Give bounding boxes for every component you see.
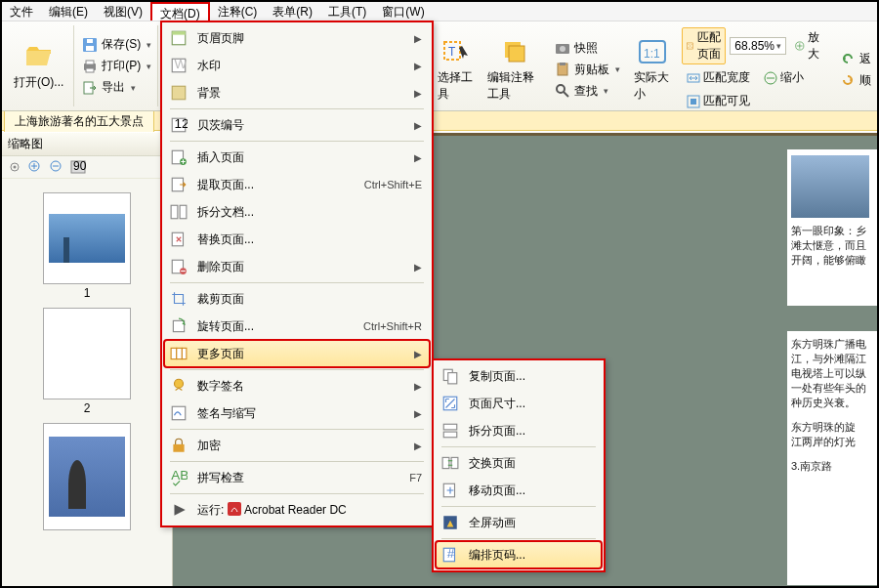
rotate-fwd-button[interactable]: 顺 [838, 71, 873, 90]
svg-rect-61 [443, 432, 457, 438]
menu-item-delete[interactable]: 删除页面▶ [164, 253, 430, 280]
menu-文件[interactable]: 文件 [2, 2, 41, 21]
menu-item-insert[interactable]: 插入页面▶ [164, 144, 430, 171]
menu-item-label: 页眉页脚 [197, 30, 404, 47]
print-label: 打印(P) [102, 58, 141, 74]
menu-item-hdr[interactable]: 页眉页脚▶ [164, 24, 430, 52]
export-button[interactable]: 导出▾ [80, 78, 153, 97]
menu-item-label: 全屏动画 [469, 515, 594, 531]
thumbnails-toolbar: 90 [2, 156, 172, 179]
gear-icon[interactable] [8, 160, 21, 174]
menu-工具(T)[interactable]: 工具(T) [320, 2, 374, 21]
menu-item-sign[interactable]: 数字签名▶ [164, 372, 430, 399]
svg-text:12: 12 [175, 116, 188, 131]
menu-编辑(E)[interactable]: 编辑(E) [41, 2, 96, 21]
water-icon: W [170, 57, 188, 74]
menu-表单(R)[interactable]: 表单(R) [265, 2, 320, 21]
menu-item-replace[interactable]: 替换页面... [164, 226, 430, 253]
menu-item-label: 旋转页面... [197, 318, 354, 335]
open-button[interactable]: 打开(O)... [8, 37, 69, 95]
submenu-arrow: ▶ [414, 88, 422, 99]
menu-item-spell[interactable]: ABC拼写检查F7 [164, 464, 430, 491]
menu-item-bates[interactable]: 12贝茨编号▶ [164, 111, 430, 139]
fit-visible-button[interactable]: 匹配可见 [682, 91, 755, 111]
split-icon [170, 203, 188, 221]
thumbnail-1[interactable] [43, 192, 131, 284]
menu-item-extract[interactable]: 提取页面...Ctrl+Shift+E [164, 171, 430, 198]
menu-item-abbr[interactable]: 签名与缩写▶ [164, 399, 430, 427]
zoom-minus-icon[interactable] [49, 159, 64, 175]
abbr-icon [170, 404, 188, 422]
menu-窗口(W)[interactable]: 窗口(W) [374, 2, 432, 21]
svg-rect-1 [86, 46, 94, 51]
svg-rect-60 [443, 424, 457, 430]
lock-icon [170, 437, 188, 454]
menu-item-move[interactable]: 移动页面... [436, 477, 602, 504]
menu-item-label: 编排页码... [469, 547, 594, 564]
snapshot-button[interactable]: 快照 [553, 39, 622, 58]
menu-文档(D)[interactable]: 文档(D) [150, 2, 210, 21]
select-tool-button[interactable]: T 选择工具 [432, 25, 480, 113]
menu-item-bg[interactable]: 背景▶ [164, 79, 430, 106]
menu-item-water[interactable]: W水印▶ [164, 52, 430, 79]
menu-item-anim[interactable]: 全屏动画 [436, 509, 602, 536]
menu-item-run[interactable]: 运行: Acrobat Reader DC [164, 496, 430, 524]
menu-item-more[interactable]: 更多页面▶ [164, 340, 430, 367]
shortcut: Ctrl+Shift+E [364, 179, 422, 190]
clipboard-button[interactable]: 剪贴板▾ [553, 61, 622, 79]
rotate-90-icon[interactable]: 90 [70, 160, 90, 174]
menu-item-label: 贝茨编号 [197, 117, 404, 134]
fit-page-button[interactable]: 匹配页面 [682, 27, 726, 64]
fit-width-icon [687, 71, 700, 85]
zoom-out-button[interactable]: 缩小 [759, 67, 809, 88]
clipboard-label: 剪贴板 [574, 62, 609, 78]
menu-item-swap[interactable]: 交换页面 [436, 449, 602, 477]
document-tab[interactable]: 上海旅游著名的五大景点 [4, 110, 154, 132]
spell-icon: ABC [170, 469, 188, 486]
submenu-arrow: ▶ [414, 61, 422, 71]
thumbnail-2[interactable] [43, 308, 131, 399]
rotate-back-button[interactable]: 返 [838, 50, 873, 68]
menubar: 文件编辑(E)视图(V)文档(D)注释(C)表单(R)工具(T)窗口(W) [2, 2, 877, 21]
fit-width-button[interactable]: 匹配宽度 [682, 67, 755, 88]
zoom-in-button[interactable]: 放大 [790, 27, 828, 64]
menu-item-label: 更多页面 [197, 346, 404, 362]
edit-annot-button[interactable]: 编辑注释工具 [481, 25, 547, 113]
floppy-icon [82, 37, 98, 53]
menu-item-number[interactable]: #编排页码... [436, 541, 602, 568]
menu-注释(C)[interactable]: 注释(C) [210, 2, 266, 21]
acrobat-icon [228, 502, 241, 516]
menu-item-dup[interactable]: 复制页面... [436, 362, 602, 390]
zoom-value-select[interactable]: 68.85%▾ [730, 37, 786, 55]
print-button[interactable]: 打印(P)▾ [80, 57, 153, 75]
menu-item-label: 替换页面... [197, 231, 422, 248]
document-menu-dropdown: 页眉页脚▶W水印▶背景▶12贝茨编号▶插入页面▶提取页面...Ctrl+Shif… [160, 21, 434, 527]
find-button[interactable]: 查找▾ [553, 82, 622, 101]
zoom-plus-icon[interactable] [27, 159, 43, 175]
svg-rect-44 [180, 205, 187, 219]
menu-视图(V)[interactable]: 视图(V) [96, 2, 150, 21]
page-text: 3.南京路 [791, 459, 873, 474]
fit-visible-label: 匹配可见 [703, 93, 750, 109]
svg-rect-63 [451, 457, 458, 468]
menu-item-size[interactable]: 页面尺寸... [436, 390, 602, 417]
menu-item-lock[interactable]: 加密▶ [164, 432, 430, 459]
open-label: 打开(O)... [14, 74, 63, 91]
svg-rect-4 [86, 61, 94, 64]
menu-item-split2[interactable]: 拆分页面... [436, 417, 602, 444]
actual-size-button[interactable]: 1:1 实际大小 [628, 25, 676, 113]
submenu-arrow: ▶ [414, 152, 422, 163]
move-icon [441, 482, 459, 499]
one-to-one-icon: 1:1 [637, 36, 668, 67]
shortcut: F7 [409, 472, 422, 483]
hdr-icon [170, 29, 188, 47]
save-label: 保存(S) [102, 36, 141, 53]
page-preview-1: 第一眼印象：乡 滩太惬意，而且 开阔，能够俯瞰 [787, 149, 877, 306]
save-button[interactable]: 保存(S)▾ [80, 35, 153, 54]
menu-item-split[interactable]: 拆分文档... [164, 198, 430, 226]
menu-item-rotate[interactable]: 旋转页面...Ctrl+Shift+R [164, 313, 430, 340]
dup-icon [441, 367, 459, 385]
svg-rect-58 [448, 373, 457, 384]
menu-item-crop[interactable]: 裁剪页面 [164, 285, 430, 313]
thumbnail-3[interactable] [43, 423, 131, 530]
